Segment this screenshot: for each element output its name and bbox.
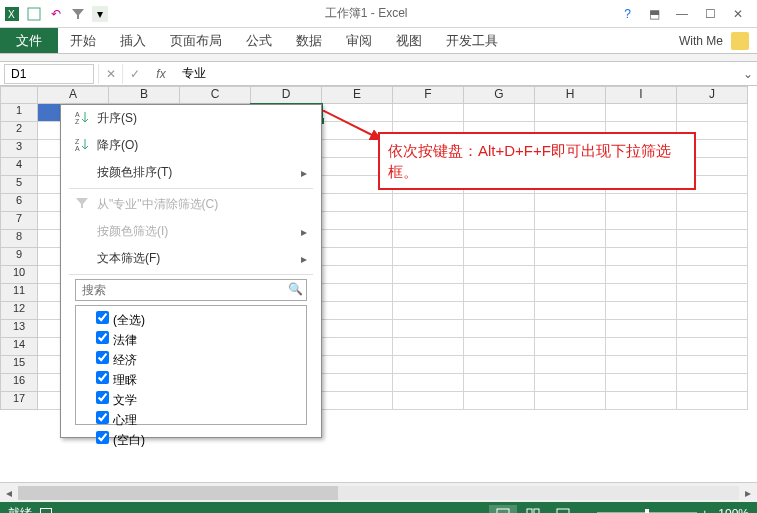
cell[interactable] (606, 230, 677, 248)
col-header[interactable]: D (251, 86, 322, 104)
cell[interactable] (464, 212, 535, 230)
page-break-view-button[interactable] (549, 505, 577, 514)
cell[interactable] (322, 230, 393, 248)
filter-qat-icon[interactable] (70, 6, 86, 22)
filter-check-item[interactable]: 法律 (96, 330, 300, 350)
cell[interactable] (464, 230, 535, 248)
filter-checkbox[interactable] (96, 331, 109, 344)
cell[interactable] (393, 302, 464, 320)
row-header[interactable]: 15 (0, 356, 38, 374)
cell[interactable] (606, 320, 677, 338)
row-header[interactable]: 16 (0, 374, 38, 392)
row-header[interactable]: 6 (0, 194, 38, 212)
cell[interactable] (464, 356, 535, 374)
close-button[interactable]: ✕ (725, 4, 751, 24)
cell[interactable] (677, 374, 748, 392)
filter-check-item[interactable]: (空白) (96, 430, 300, 450)
cell[interactable] (606, 266, 677, 284)
ribbon-toggle-icon[interactable]: ⬒ (641, 4, 667, 24)
cell[interactable] (322, 212, 393, 230)
cell[interactable] (535, 356, 606, 374)
tab-review[interactable]: 审阅 (334, 28, 384, 54)
filter-check-item[interactable]: 经济 (96, 350, 300, 370)
file-tab[interactable]: 文件 (0, 28, 58, 53)
row-header[interactable]: 3 (0, 140, 38, 158)
filter-check-item[interactable]: 心理 (96, 410, 300, 430)
cell[interactable] (535, 212, 606, 230)
row-header[interactable]: 1 (0, 104, 38, 122)
undo-icon[interactable]: ↶ (48, 6, 64, 22)
cell[interactable] (322, 320, 393, 338)
cell[interactable] (464, 248, 535, 266)
cell[interactable] (606, 284, 677, 302)
accept-formula-icon[interactable]: ✓ (122, 64, 146, 84)
cell[interactable] (393, 374, 464, 392)
col-header[interactable]: J (677, 86, 748, 104)
cell[interactable] (464, 266, 535, 284)
page-layout-view-button[interactable] (519, 505, 547, 514)
worksheet[interactable]: A B C D E F G H I J 1专业专业专业专业23456789101… (0, 86, 757, 482)
cell[interactable] (606, 248, 677, 266)
col-header[interactable]: B (109, 86, 180, 104)
tab-view[interactable]: 视图 (384, 28, 434, 54)
col-header[interactable]: E (322, 86, 393, 104)
expand-formula-icon[interactable]: ⌄ (739, 67, 757, 81)
scroll-right-icon[interactable]: ▸ (739, 486, 757, 500)
cell[interactable] (322, 284, 393, 302)
cell[interactable] (677, 338, 748, 356)
cell[interactable] (677, 392, 748, 410)
cell[interactable] (322, 338, 393, 356)
row-header[interactable]: 11 (0, 284, 38, 302)
dropdown-qat-icon[interactable]: ▾ (92, 6, 108, 22)
filter-search-input[interactable] (75, 279, 307, 301)
cell[interactable] (535, 338, 606, 356)
sort-asc-item[interactable]: AZ 升序(S) (61, 105, 321, 132)
zoom-in-button[interactable]: + (701, 507, 708, 514)
save-icon[interactable] (26, 6, 42, 22)
cell[interactable] (535, 392, 606, 410)
cell[interactable] (535, 266, 606, 284)
formula-input[interactable]: 专业 (176, 63, 739, 84)
cell[interactable] (393, 284, 464, 302)
fx-icon[interactable]: fx (146, 67, 176, 81)
text-filter-item[interactable]: 文本筛选(F) ▸ (61, 245, 321, 272)
horizontal-scrollbar[interactable]: ◂ ▸ (0, 482, 757, 502)
normal-view-button[interactable] (489, 505, 517, 514)
cell[interactable] (393, 230, 464, 248)
row-header[interactable]: 17 (0, 392, 38, 410)
cell[interactable] (535, 194, 606, 212)
zoom-out-button[interactable]: − (586, 507, 593, 514)
cell[interactable] (464, 392, 535, 410)
filter-checkbox[interactable] (96, 311, 109, 324)
filter-checkbox[interactable] (96, 431, 109, 444)
name-box[interactable]: D1 (4, 64, 94, 84)
filter-checkbox[interactable] (96, 351, 109, 364)
row-header[interactable]: 7 (0, 212, 38, 230)
cell[interactable] (464, 284, 535, 302)
cell[interactable] (535, 104, 606, 122)
tab-insert[interactable]: 插入 (108, 28, 158, 54)
row-header[interactable]: 8 (0, 230, 38, 248)
cell[interactable] (606, 194, 677, 212)
macro-record-icon[interactable] (40, 508, 52, 514)
col-header[interactable]: H (535, 86, 606, 104)
filter-checkbox[interactable] (96, 391, 109, 404)
cell[interactable] (464, 338, 535, 356)
zoom-level[interactable]: 100% (718, 507, 749, 514)
cell[interactable] (677, 320, 748, 338)
user-icon[interactable] (731, 32, 749, 50)
cell[interactable] (606, 356, 677, 374)
cell[interactable] (393, 212, 464, 230)
help-icon[interactable]: ? (624, 7, 631, 21)
cell[interactable] (393, 338, 464, 356)
cell[interactable] (393, 320, 464, 338)
cell[interactable] (322, 374, 393, 392)
select-all-corner[interactable] (0, 86, 38, 104)
cancel-formula-icon[interactable]: ✕ (98, 64, 122, 84)
row-header[interactable]: 9 (0, 248, 38, 266)
tab-formulas[interactable]: 公式 (234, 28, 284, 54)
col-header[interactable]: I (606, 86, 677, 104)
tab-home[interactable]: 开始 (58, 28, 108, 54)
sort-by-color-item[interactable]: 按颜色排序(T) ▸ (61, 159, 321, 186)
row-header[interactable]: 14 (0, 338, 38, 356)
